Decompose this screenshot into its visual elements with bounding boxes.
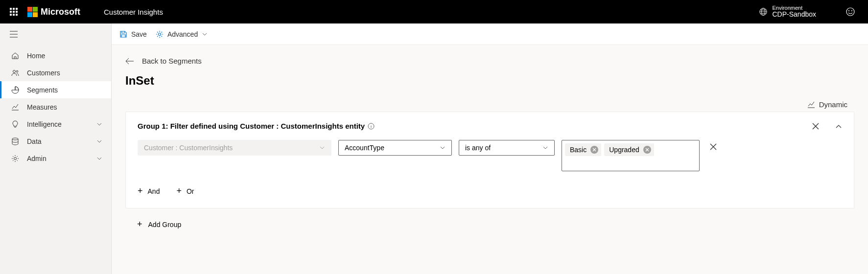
plus-icon: + — [176, 186, 182, 196]
add-and-button[interactable]: + And — [138, 186, 160, 196]
advanced-button[interactable]: Advanced — [156, 30, 208, 38]
remove-tag-button[interactable] — [590, 146, 598, 154]
main-content: Save Advanced Back to Segments InSet — [112, 23, 868, 274]
nav-data[interactable]: Data — [0, 133, 111, 150]
entity-selector[interactable]: Customer : CustomerInsights — [138, 140, 331, 156]
environment-text: Environment CDP-Sandbox — [773, 5, 817, 18]
entity-value: Customer : CustomerInsights — [144, 144, 233, 152]
svg-point-8 — [14, 157, 17, 160]
nav-label: Admin — [27, 155, 47, 162]
command-bar: Save Advanced — [112, 23, 868, 45]
filter-condition-row: Customer : CustomerInsights AccountType … — [138, 140, 842, 171]
field-selector[interactable]: AccountType — [338, 140, 452, 156]
nav-label: Data — [27, 137, 42, 145]
gear-icon — [156, 30, 164, 38]
page-title: InSet — [125, 74, 854, 88]
nav-intelligence[interactable]: Intelligence — [0, 115, 111, 133]
home-icon — [11, 52, 19, 60]
field-value: AccountType — [345, 144, 384, 152]
app-title: Customer Insights — [104, 8, 163, 16]
svg-point-9 — [158, 33, 161, 35]
sidebar: Home Customers Segments Measures — [0, 23, 112, 274]
chevron-down-icon — [319, 145, 325, 151]
gear-icon — [11, 155, 19, 162]
app-launcher-button[interactable] — [4, 8, 23, 16]
operator-value: is any of — [465, 144, 491, 152]
svg-point-4 — [852, 11, 852, 11]
plus-icon: + — [138, 186, 143, 196]
chart-line-icon — [11, 103, 19, 111]
chevron-down-icon — [542, 145, 548, 151]
value-tag: Upgraded — [604, 143, 654, 156]
chevron-down-icon — [96, 121, 102, 127]
svg-point-2 — [846, 8, 854, 16]
add-or-button[interactable]: + Or — [176, 186, 194, 196]
chevron-down-icon — [440, 145, 446, 151]
back-label: Back to Segments — [142, 57, 202, 65]
nav-label: Segments — [27, 86, 58, 94]
back-link[interactable]: Back to Segments — [125, 57, 854, 65]
collapse-nav-button[interactable] — [0, 23, 111, 45]
globe-icon — [759, 7, 768, 16]
svg-point-3 — [849, 11, 849, 11]
tag-label: Upgraded — [609, 146, 639, 154]
save-button[interactable]: Save — [119, 30, 147, 38]
value-tag: Basic — [565, 143, 601, 156]
plus-icon: + — [137, 219, 142, 229]
remove-tag-button[interactable] — [643, 146, 651, 154]
nav-label: Intelligence — [27, 120, 62, 128]
pie-icon — [11, 86, 19, 94]
group-title: Group 1: Filter defined using Customer :… — [138, 122, 365, 130]
delete-group-button[interactable] — [812, 122, 820, 130]
people-icon — [11, 69, 19, 77]
mode-label: Dynamic — [819, 100, 847, 109]
lightbulb-icon — [11, 120, 19, 128]
and-label: And — [148, 187, 160, 195]
save-label: Save — [131, 30, 147, 38]
tag-label: Basic — [570, 146, 586, 154]
nav-admin[interactable]: Admin — [0, 150, 111, 167]
arrow-left-icon — [125, 58, 134, 65]
add-group-button[interactable]: + Add Group — [125, 219, 854, 229]
filter-group: Group 1: Filter defined using Customer :… — [125, 112, 854, 208]
collapse-group-button[interactable] — [835, 123, 842, 130]
svg-point-6 — [16, 70, 18, 72]
environment-name: CDP-Sandbox — [773, 11, 817, 18]
chevron-down-icon — [96, 138, 102, 144]
svg-point-5 — [13, 70, 16, 72]
nav-home[interactable]: Home — [0, 47, 111, 64]
chart-icon — [807, 101, 815, 109]
chevron-down-icon — [96, 156, 102, 161]
or-label: Or — [187, 187, 194, 195]
topbar: Microsoft Customer Insights Environment … — [0, 0, 868, 23]
nav-customers[interactable]: Customers — [0, 64, 111, 81]
nav-label: Measures — [27, 103, 57, 111]
nav-label: Customers — [27, 69, 60, 77]
microsoft-logo-icon — [27, 7, 38, 17]
nav-measures[interactable]: Measures — [0, 98, 111, 115]
waffle-icon — [10, 8, 18, 16]
operator-selector[interactable]: is any of — [459, 140, 555, 156]
remove-condition-button[interactable] — [709, 140, 717, 151]
environment-picker[interactable]: Environment CDP-Sandbox — [759, 5, 817, 18]
value-input[interactable]: Basic Upgraded — [562, 140, 700, 171]
save-icon — [119, 30, 127, 38]
nav-label: Home — [27, 52, 45, 60]
advanced-label: Advanced — [167, 30, 198, 38]
nav-segments[interactable]: Segments — [0, 81, 111, 98]
feedback-button[interactable] — [845, 7, 855, 17]
brand-text: Microsoft — [41, 7, 80, 17]
svg-point-7 — [12, 138, 18, 140]
database-icon — [11, 137, 19, 145]
info-icon[interactable] — [368, 123, 375, 130]
add-group-label: Add Group — [148, 221, 182, 228]
segment-mode[interactable]: Dynamic — [125, 100, 854, 109]
chevron-down-icon — [202, 31, 208, 37]
